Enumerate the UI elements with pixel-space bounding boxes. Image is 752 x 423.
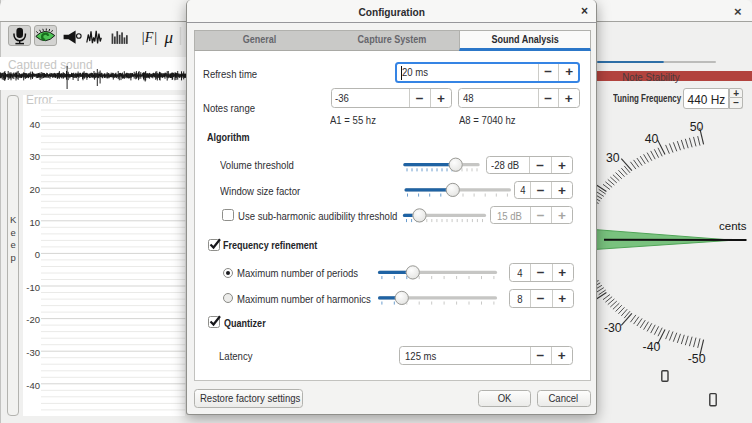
svg-text:30: 30 [606,151,620,165]
svg-text:50: 50 [690,120,704,134]
svg-text:40: 40 [645,132,659,146]
svg-text:-40: -40 [643,340,661,354]
svg-text:cents: cents [719,220,747,232]
svg-text:-30: -30 [604,321,622,335]
svg-text:-50: -50 [688,352,706,366]
